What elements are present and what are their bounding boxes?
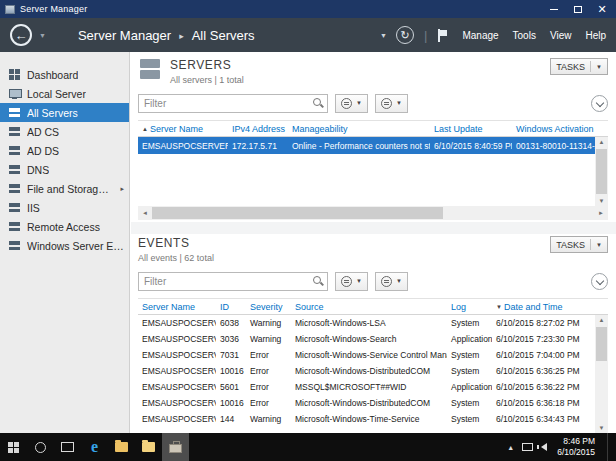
sidebar-item-file-and-storage-services[interactable]: File and Storage Services▸ xyxy=(0,179,129,198)
event-row[interactable]: EMSAUSPOCSERVER3036WarningMicrosoft-Wind… xyxy=(138,331,595,347)
search-button[interactable] xyxy=(27,433,54,461)
events-saved-filters-button[interactable]: ▼ xyxy=(335,272,368,291)
sidebar-item-label: AD CS xyxy=(27,126,59,138)
events-filter-input[interactable] xyxy=(138,272,328,291)
network-icon[interactable] xyxy=(522,443,533,451)
refresh-button[interactable]: ↻ xyxy=(396,26,414,44)
close-button[interactable]: ✕ xyxy=(590,0,614,18)
column-header-server-name[interactable]: Server Name xyxy=(138,302,216,312)
sidebar-item-local-server[interactable]: Local Server xyxy=(0,84,129,103)
scrollbar-thumb[interactable] xyxy=(596,149,607,194)
servers-horizontal-scrollbar[interactable]: ◄ ► xyxy=(138,206,608,220)
tray-expand-icon[interactable]: ▲ xyxy=(507,444,514,451)
history-dropdown-icon[interactable]: ▼ xyxy=(39,32,46,39)
server-row[interactable]: EMSAUSPOCSERVER172.17.5.71Online - Perfo… xyxy=(138,137,595,154)
events-vertical-scrollbar[interactable]: ▲ ▼ xyxy=(595,315,608,433)
servers-tasks-button[interactable]: TASKS ▼ xyxy=(550,58,608,75)
sidebar-item-ad-ds[interactable]: AD DS xyxy=(0,141,129,160)
back-button[interactable]: ← xyxy=(10,24,32,46)
event-row[interactable]: EMSAUSPOCSERVER10016ErrorMicrosoft-Windo… xyxy=(138,395,595,411)
sidebar-item-iis[interactable]: IIS xyxy=(0,198,129,217)
server-manager-taskbar-button[interactable] xyxy=(162,433,189,461)
scroll-right-icon[interactable]: ► xyxy=(594,206,608,220)
sidebar-item-label: All Servers xyxy=(27,107,78,119)
notifications-flag-icon[interactable] xyxy=(437,29,448,42)
app-icon xyxy=(5,5,15,14)
column-header-manageability[interactable]: Manageability xyxy=(288,124,430,134)
scrollbar-thumb[interactable] xyxy=(596,327,607,361)
events-panel: EVENTS All events | 62 total TASKS ▼ ▼ xyxy=(138,236,608,433)
maximize-button[interactable] xyxy=(566,0,590,18)
file-explorer-taskbar-button[interactable] xyxy=(108,433,135,461)
navbar-right-cluster: ▼ ↻ | Manage Tools View Help xyxy=(380,26,616,44)
servers-collapse-button[interactable] xyxy=(591,95,608,112)
servers-filter-input[interactable] xyxy=(138,94,328,113)
column-header-label: ID xyxy=(220,302,229,312)
column-header-server-name[interactable]: ▲ Server Name xyxy=(138,124,228,134)
event-cell: Microsoft-Windows-DistributedCOM xyxy=(291,398,447,408)
scroll-up-icon[interactable]: ▲ xyxy=(599,139,605,145)
events-collapse-button[interactable] xyxy=(591,273,608,290)
minimize-button[interactable] xyxy=(542,0,566,18)
folder-icon xyxy=(115,442,128,452)
event-row[interactable]: EMSAUSPOCSERVER6038WarningMicrosoft-Wind… xyxy=(138,315,595,331)
sidebar-item-ad-cs[interactable]: AD CS xyxy=(0,122,129,141)
server-cell: 172.17.5.71 xyxy=(228,141,288,151)
sidebar-item-remote-access[interactable]: Remote Access xyxy=(0,217,129,236)
sidebar-item-dns[interactable]: DNS xyxy=(0,160,129,179)
event-row[interactable]: EMSAUSPOCSERVER7031ErrorMicrosoft-Window… xyxy=(138,347,595,363)
event-row[interactable]: EMSAUSPOCSERVER144WarningMicrosoft-Windo… xyxy=(138,411,595,427)
stack-icon xyxy=(9,240,20,251)
servers-saved-filters-button[interactable]: ▼ xyxy=(335,94,368,113)
browser-taskbar-button[interactable]: e xyxy=(81,433,108,461)
scroll-up-icon[interactable]: ▲ xyxy=(599,317,605,323)
scrollbar-thumb[interactable] xyxy=(152,207,443,219)
saved-filters-icon xyxy=(341,98,352,109)
stack-icon xyxy=(9,126,20,137)
grid-icon xyxy=(9,69,20,80)
event-cell: EMSAUSPOCSERVER xyxy=(138,414,216,424)
events-tasks-button[interactable]: TASKS ▼ xyxy=(550,236,608,253)
speaker-icon[interactable] xyxy=(541,443,547,451)
menu-view[interactable]: View xyxy=(550,30,572,41)
events-query-button[interactable]: ▼ xyxy=(375,272,408,291)
maximize-icon xyxy=(574,6,582,13)
nav-dropdown-icon[interactable]: ▼ xyxy=(380,32,387,39)
menu-tools[interactable]: Tools xyxy=(513,30,536,41)
folder-taskbar-button[interactable] xyxy=(135,433,162,461)
menu-help[interactable]: Help xyxy=(585,30,606,41)
show-desktop-button[interactable] xyxy=(607,433,612,461)
servers-query-button[interactable]: ▼ xyxy=(375,94,408,113)
chevron-down-icon: ▼ xyxy=(356,278,362,284)
column-header-last-update[interactable]: Last Update xyxy=(430,124,512,134)
column-header-windows-activation[interactable]: Windows Activation xyxy=(512,124,595,134)
event-row[interactable]: EMSAUSPOCSERVER10016ErrorMicrosoft-Windo… xyxy=(138,363,595,379)
servers-vertical-scrollbar[interactable]: ▲ ▼ xyxy=(595,137,608,206)
event-cell: MSSQL$MICROSOFT##WID xyxy=(291,382,447,392)
column-header-severity[interactable]: Severity xyxy=(246,302,291,312)
event-row[interactable]: EMSAUSPOCSERVER5601ErrorMSSQL$MICROSOFT#… xyxy=(138,379,595,395)
column-header-date-and-time[interactable]: ▼ Date and Time xyxy=(492,302,595,312)
scroll-left-icon[interactable]: ◄ xyxy=(138,206,152,220)
sidebar-item-all-servers[interactable]: All Servers xyxy=(0,103,129,122)
start-button[interactable] xyxy=(0,433,27,461)
taskbar-clock[interactable]: 8:46 PM 6/10/2015 xyxy=(557,436,595,458)
scroll-down-icon[interactable]: ▼ xyxy=(599,198,605,204)
scroll-down-icon[interactable]: ▼ xyxy=(599,425,605,431)
expand-icon: ▸ xyxy=(120,185,129,193)
event-cell: EMSAUSPOCSERVER xyxy=(138,350,216,360)
window-controls: ✕ xyxy=(542,0,614,18)
breadcrumb-root[interactable]: Server Manager xyxy=(78,28,171,43)
sidebar-item-windows-server-essenti[interactable]: Windows Server Essenti... xyxy=(0,236,129,255)
sidebar-item-dashboard[interactable]: Dashboard xyxy=(0,65,129,84)
menu-manage[interactable]: Manage xyxy=(462,30,498,41)
column-header-log[interactable]: Log xyxy=(447,302,492,312)
column-header-source[interactable]: Source xyxy=(291,302,447,312)
column-header-id[interactable]: ID xyxy=(216,302,246,312)
column-header-ipv4[interactable]: IPv4 Address xyxy=(228,124,288,134)
main-content: SERVERS All servers | 1 total TASKS ▼ ▼ xyxy=(131,52,616,433)
event-cell: System xyxy=(447,366,492,376)
tasks-label: TASKS xyxy=(556,240,585,250)
column-header-label: Log xyxy=(451,302,466,312)
task-view-button[interactable] xyxy=(54,433,81,461)
